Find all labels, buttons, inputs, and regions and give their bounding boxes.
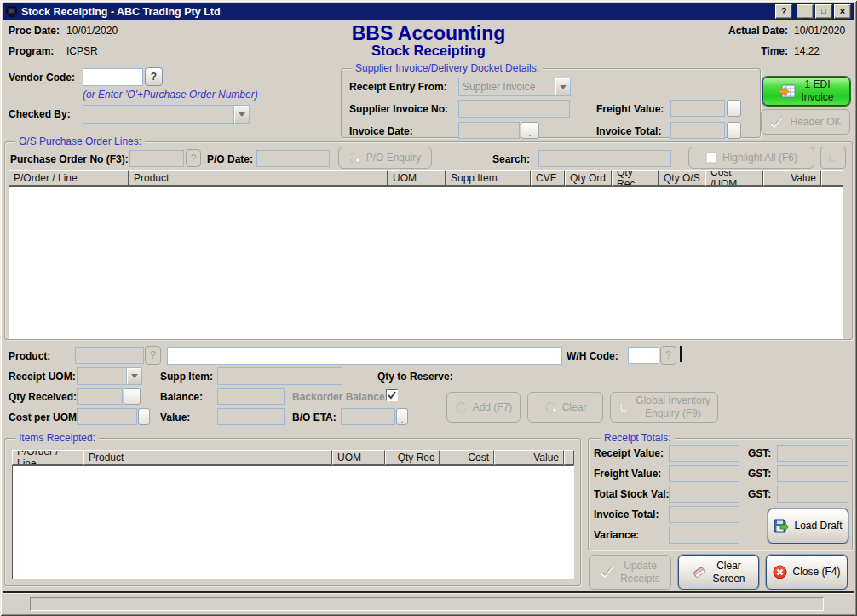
items-col-value[interactable]: Value <box>494 450 564 465</box>
vendor-lookup-button[interactable]: ? <box>145 67 163 86</box>
eraser-icon <box>692 565 707 579</box>
checked-by-select[interactable] <box>83 105 250 124</box>
po-lines-extra-button[interactable] <box>820 147 846 169</box>
freight-total-input[interactable] <box>670 467 739 482</box>
bo-eta-input[interactable] <box>342 410 394 425</box>
chevron-down-icon <box>233 106 249 123</box>
add-button[interactable]: Add (F7) <box>446 392 521 423</box>
edi-invoice-button[interactable]: 1 EDIInvoice <box>762 77 850 106</box>
po-number-input[interactable] <box>130 152 183 167</box>
wh-code-input[interactable] <box>629 348 659 364</box>
stock-receipting-window: Stock Receipting - ABC Trading Pty Ltd ?… <box>0 0 857 616</box>
help-window-button[interactable]: ? <box>775 4 792 19</box>
cost-per-uom-calc-button[interactable] <box>138 408 150 425</box>
freight-value-calc-button[interactable] <box>727 100 741 117</box>
po-enquiry-button[interactable]: P/O Enquiry <box>338 147 432 169</box>
po-col-value[interactable]: Value <box>763 170 821 186</box>
minimize-button[interactable]: _ <box>797 4 814 19</box>
clear-screen-button[interactable]: ClearScreen <box>678 555 759 590</box>
chevron-down-icon <box>126 368 141 384</box>
invoice-total-calc-button[interactable] <box>727 122 741 139</box>
freight-value-input[interactable] <box>671 101 724 117</box>
items-col-porder-line[interactable]: P/Order / Line <box>12 450 83 465</box>
po-col-qty-os[interactable]: Qty O/S <box>659 170 705 186</box>
items-col-cost[interactable]: Cost <box>440 450 494 465</box>
po-col-cost-uom[interactable]: Cost /UOM <box>705 170 763 186</box>
freight-gst-input[interactable] <box>778 467 848 482</box>
receipt-uom-select[interactable] <box>77 367 142 385</box>
floppy-disk-icon <box>774 519 789 533</box>
invoice-total-input[interactable] <box>671 124 724 139</box>
po-lookup-button[interactable]: ? <box>186 149 201 167</box>
po-col-qty-rec[interactable]: Qty Rec <box>612 170 659 186</box>
variance-label: Variance: <box>594 529 639 541</box>
product-description-input[interactable] <box>168 348 561 365</box>
po-lines-table-body[interactable] <box>9 186 843 339</box>
invoice-total-sum-input-wrap <box>669 506 739 523</box>
close-button[interactable]: Close (F4) <box>766 555 848 590</box>
search-input-wrap <box>538 150 671 167</box>
invoice-total-sum-input[interactable] <box>670 508 739 523</box>
header-ok-button[interactable]: Header OK <box>761 109 850 135</box>
product-code-input[interactable] <box>76 348 143 364</box>
receipt-value-input[interactable] <box>670 446 739 462</box>
variance-input-wrap <box>669 527 739 544</box>
total-gst-label: GST: <box>748 488 771 500</box>
vendor-code-label: Vendor Code: <box>9 72 75 83</box>
wh-lookup-button[interactable]: ? <box>660 346 676 365</box>
po-col-qty-ord[interactable]: Qty Ord <box>565 170 612 186</box>
qty-to-reserve-label: Qty to Reserve: <box>377 371 453 383</box>
check-pen-icon <box>769 116 785 129</box>
receipt-entry-from-select[interactable]: Supplier Invoice <box>458 78 571 96</box>
invoice-date-picker-button[interactable]: . <box>521 122 539 139</box>
qty-received-calc-button[interactable] <box>124 388 141 405</box>
global-inventory-enquiry-button[interactable]: Global InventoryEnquiry (F9) <box>610 392 718 423</box>
value-label: Value: <box>160 412 190 423</box>
actual-date-label: Actual Date: <box>700 25 788 37</box>
total-gst-input[interactable] <box>778 487 848 503</box>
po-col-cvf[interactable]: CVF <box>531 170 565 186</box>
po-col-porder-line[interactable]: P/Order / Line <box>9 170 129 186</box>
supplier-invoice-no-input[interactable] <box>459 101 569 118</box>
qty-received-input[interactable] <box>78 389 122 405</box>
po-col-uom[interactable]: UOM <box>388 170 446 186</box>
program-value: ICPSR <box>66 45 98 57</box>
invoice-date-input[interactable] <box>459 124 519 139</box>
po-number-input-wrap <box>129 150 184 167</box>
vendor-code-input[interactable] <box>83 70 142 86</box>
update-receipts-button[interactable]: UpdateReceipts <box>589 555 671 590</box>
total-gst-input-wrap <box>777 486 848 503</box>
bo-eta-picker-button[interactable]: . <box>396 408 408 425</box>
items-col-product[interactable]: Product <box>83 450 332 465</box>
items-col-uom[interactable]: UOM <box>332 450 385 465</box>
time-label: Time: <box>700 45 788 57</box>
items-col-qty-rec[interactable]: Qty Rec <box>385 450 440 465</box>
load-draft-button[interactable]: Load Draft <box>768 509 848 544</box>
balance-input[interactable] <box>218 389 284 405</box>
supp-item-input[interactable] <box>218 369 342 385</box>
app-title: BBS Accounting <box>258 22 599 45</box>
product-lookup-button[interactable]: ? <box>145 346 161 365</box>
items-col-stub <box>564 450 574 465</box>
highlight-all-button[interactable]: Highlight All (F6) <box>688 147 814 169</box>
receipt-gst-input[interactable] <box>778 446 848 462</box>
clear-button[interactable]: Clear <box>527 392 603 423</box>
balance-input-wrap <box>217 388 285 405</box>
receipt-value-input-wrap <box>669 445 739 462</box>
po-col-product[interactable]: Product <box>129 170 388 186</box>
variance-input[interactable] <box>670 528 739 544</box>
close-icon <box>773 565 787 579</box>
freight-gst-input-wrap <box>777 465 848 482</box>
maximize-button[interactable]: □ <box>815 4 832 19</box>
po-date-input[interactable] <box>257 152 329 167</box>
total-stock-val-input[interactable] <box>670 487 739 503</box>
supplier-invoice-no-label: Supplier Invoice No: <box>349 103 448 115</box>
cost-per-uom-input[interactable] <box>78 410 136 425</box>
po-col-supp-item[interactable]: Supp Item <box>446 170 531 186</box>
product-description-input-wrap <box>167 347 562 365</box>
backorder-balance-checkbox[interactable] <box>386 389 398 401</box>
items-receipted-table-body[interactable] <box>12 465 574 579</box>
search-input[interactable] <box>539 152 670 167</box>
value-input[interactable] <box>218 410 284 425</box>
close-window-button[interactable]: × <box>834 4 851 19</box>
